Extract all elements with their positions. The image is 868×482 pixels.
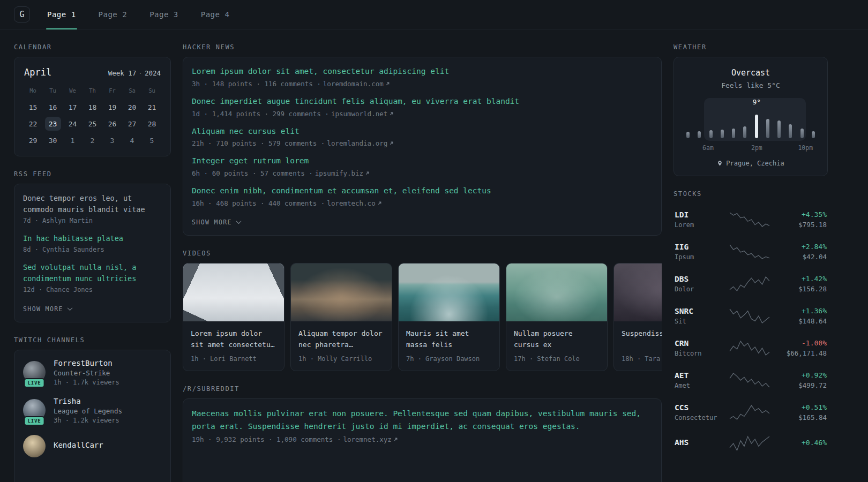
hackernews-show-more-button[interactable]: SHOW MORE xyxy=(192,219,241,226)
channel-game: Counter-Strike xyxy=(54,369,119,377)
twitch-channel[interactable]: LIVE ForrestBurton Counter-Strike 1h · 1… xyxy=(23,359,162,386)
page-tab[interactable]: Page 2 xyxy=(98,0,129,29)
subreddit-post-stats: 19h · 9,932 points · 1,090 comments · xyxy=(192,435,341,443)
rss-show-more-button[interactable]: SHOW MORE xyxy=(23,305,72,313)
channel-avatar: LIVE xyxy=(23,399,46,421)
channel-meta: 1h · 1.7k viewers xyxy=(54,379,119,386)
page-tab[interactable]: Page 3 xyxy=(148,0,179,29)
stock-row[interactable]: CRN Bitcorn -1.00% $66,171.48 xyxy=(674,332,828,364)
hackernews-source-link[interactable]: loremdomain.com xyxy=(323,80,390,88)
rss-card: Donec tempor eros leo, ut commodo mauris… xyxy=(14,184,171,322)
page-tab[interactable]: Page 4 xyxy=(200,0,231,29)
subreddit-post-meta: 19h · 9,932 points · 1,090 comments · lo… xyxy=(192,435,653,443)
hackernews-item-stats: 21h · 710 points · 579 comments · xyxy=(192,139,325,147)
location-pin-icon xyxy=(717,160,723,167)
weather-bar xyxy=(789,124,792,138)
hackernews-item: Lorem ipsum dolor sit amet, consectetur … xyxy=(192,66,653,88)
video-meta: 7h · Grayson Dawson xyxy=(406,355,492,363)
stock-row[interactable]: AHS +0.46% xyxy=(674,428,828,458)
video-title[interactable]: Lorem ipsum dolor sit amet consectetu… xyxy=(191,328,276,350)
stock-change: +0.92% xyxy=(775,371,827,379)
hackernews-source-link[interactable]: loremtech.co xyxy=(327,199,381,207)
rss-item-title[interactable]: Donec tempor eros leo, ut commodo mauris… xyxy=(23,193,162,215)
weather-bar xyxy=(766,119,769,138)
video-body: Lorem ipsum dolor sit amet consectetu… 1… xyxy=(183,321,284,371)
weather-bar xyxy=(755,115,758,138)
stock-name: Sit xyxy=(675,318,724,325)
twitch-channel[interactable]: LIVE Trisha League of Legends 3h · 1.2k … xyxy=(23,397,162,424)
source-domain: loremlandia.org xyxy=(327,139,387,147)
stock-values: -1.00% $66,171.48 xyxy=(775,339,827,357)
source-domain: ipsumworld.net xyxy=(331,110,387,118)
source-domain: ipsumify.biz xyxy=(315,169,363,177)
video-body: Suspendisse diam 18h · Tara xyxy=(614,321,662,371)
video-thumbnail[interactable] xyxy=(183,263,284,321)
stock-row[interactable]: LDI Lorem +4.35% $795.18 xyxy=(674,204,828,236)
rss-item-meta: 7d · Ashlyn Martin xyxy=(23,217,162,224)
app-logo[interactable]: G xyxy=(14,6,30,22)
page-tab[interactable]: Page 1 xyxy=(46,0,77,29)
live-badge: LIVE xyxy=(24,416,45,426)
hackernews-item-meta: 16h · 468 points · 440 comments · loremt… xyxy=(192,199,653,207)
hackernews-source-link[interactable]: ipsumify.biz xyxy=(315,169,370,177)
video-thumbnail[interactable] xyxy=(506,263,607,321)
calendar-day: 28 xyxy=(144,117,160,131)
weather-card: Overcast Feels like 5°C 9° 6am2pm10pm Pr… xyxy=(674,57,828,176)
channel-name: ForrestBurton xyxy=(54,359,119,367)
chevron-down-icon xyxy=(236,219,241,224)
weather-bar xyxy=(732,129,735,138)
video-thumbnail[interactable] xyxy=(399,263,499,321)
weekday-label: Sa xyxy=(129,87,136,94)
video-meta: 1h · Molly Carrillo xyxy=(298,355,384,363)
stock-sparkline xyxy=(729,435,770,451)
hackernews-source-link[interactable]: loremlandia.org xyxy=(327,139,394,147)
calendar-day: 29 xyxy=(25,133,41,147)
twitch-channel-list: LIVE ForrestBurton Counter-Strike 1h · 1… xyxy=(23,359,162,457)
external-link-icon xyxy=(365,171,370,176)
hackernews-item-meta: 1d · 1,414 points · 299 comments · ipsum… xyxy=(192,110,653,118)
hackernews-item: Aliquam nec cursus elit 21h · 710 points… xyxy=(192,126,653,148)
stock-name: Bitcorn xyxy=(675,350,724,357)
stock-row[interactable]: DBS Dolor +1.42% $156.28 xyxy=(674,268,828,300)
subreddit-post-title[interactable]: Maecenas mollis pulvinar erat non posuer… xyxy=(192,408,653,433)
external-link-icon xyxy=(377,201,382,206)
calendar-day: 17 xyxy=(65,100,81,114)
video-title[interactable]: Nullam posuere cursus ex xyxy=(514,328,600,350)
rss-item-title[interactable]: In hac habitasse platea xyxy=(23,233,162,244)
hackernews-item-title[interactable]: Donec imperdiet augue tincidunt felis al… xyxy=(192,96,653,108)
weather-chart: 9° xyxy=(684,98,818,141)
video-thumbnail[interactable] xyxy=(614,263,662,321)
stock-row[interactable]: AET Amet +0.92% $499.72 xyxy=(674,364,828,396)
twitch-channel[interactable]: KendallCarr xyxy=(23,435,162,457)
hackernews-card: Lorem ipsum dolor sit amet, consectetur … xyxy=(183,57,662,236)
hackernews-item-title[interactable]: Aliquam nec cursus elit xyxy=(192,126,653,138)
weather-bar xyxy=(743,126,746,138)
stock-id: CRN Bitcorn xyxy=(675,339,724,357)
calendar-day: 20 xyxy=(124,100,140,114)
right-column: WEATHER Overcast Feels like 5°C 9° 6am2p… xyxy=(674,36,828,482)
rss-item-title[interactable]: Sed volutpat nulla nisl, a condimentum n… xyxy=(23,262,162,284)
calendar-day: 26 xyxy=(104,117,121,131)
stock-row[interactable]: CCS Consectetur +0.51% $165.84 xyxy=(674,396,828,428)
stock-name: Ipsum xyxy=(675,253,724,261)
stock-row[interactable]: SNRC Sit +1.36% $148.64 xyxy=(674,300,828,332)
subreddit-source-link[interactable]: loremnet.xyz xyxy=(343,435,398,443)
stock-sparkline xyxy=(729,212,770,228)
weekday-label: Su xyxy=(148,87,155,94)
video-thumbnail[interactable] xyxy=(291,263,392,321)
weekday-label: Mo xyxy=(29,87,36,94)
calendar-day: 3 xyxy=(104,133,121,147)
video-title[interactable]: Suspendisse diam xyxy=(622,328,662,350)
topbar: G Page 1 Page 2 Page 3 Page 4 xyxy=(0,0,868,29)
external-link-icon xyxy=(393,437,398,442)
video-card: Mauris sit amet massa felis 7h · Grayson… xyxy=(398,263,500,371)
stock-row[interactable]: IIG Ipsum +2.84% $42.04 xyxy=(674,236,828,268)
video-title[interactable]: Mauris sit amet massa felis xyxy=(406,328,492,350)
source-domain: loremdomain.com xyxy=(323,80,384,88)
hackernews-item-title[interactable]: Donec enim nibh, condimentum et accumsan… xyxy=(192,185,653,197)
stock-values: +1.36% $148.64 xyxy=(775,307,827,325)
hackernews-source-link[interactable]: ipsumworld.net xyxy=(331,110,394,118)
video-title[interactable]: Aliquam tempor dolor nec pharetra… xyxy=(298,328,384,350)
hackernews-item-title[interactable]: Integer eget rutrum lorem xyxy=(192,155,653,167)
hackernews-item-title[interactable]: Lorem ipsum dolor sit amet, consectetur … xyxy=(192,66,653,78)
